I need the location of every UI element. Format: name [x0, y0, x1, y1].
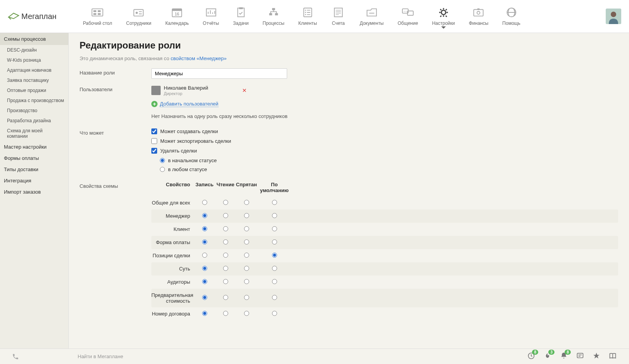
- prop-radio[interactable]: [202, 266, 207, 271]
- prop-radio[interactable]: [202, 239, 207, 244]
- prop-radio[interactable]: [202, 311, 207, 316]
- prop-radio[interactable]: [272, 213, 277, 218]
- nav-Общение[interactable]: Общение: [391, 3, 425, 30]
- role-name-input[interactable]: [151, 68, 287, 79]
- radio-del-initial[interactable]: [160, 158, 165, 163]
- prop-radio[interactable]: [272, 226, 277, 231]
- prop-radio[interactable]: [244, 200, 249, 205]
- prop-radio[interactable]: [223, 253, 228, 258]
- sidebar-item[interactable]: Оптовые продажи: [0, 85, 68, 95]
- prop-radio[interactable]: [244, 311, 249, 316]
- sidebar-item[interactable]: Адаптация новичков: [0, 65, 68, 75]
- nav-Календарь[interactable]: 16Календарь: [158, 3, 196, 30]
- nav-Финансы[interactable]: Финансы: [462, 3, 495, 30]
- svg-rect-26: [474, 10, 483, 16]
- svg-rect-13: [272, 8, 275, 10]
- subtitle-link[interactable]: свойством «Менеджер»: [171, 55, 227, 61]
- svg-rect-4: [98, 13, 101, 15]
- sidebar-item[interactable]: Разработка дизайна: [0, 116, 68, 126]
- prop-radio[interactable]: [272, 279, 277, 284]
- avatar[interactable]: [606, 9, 621, 24]
- prop-radio[interactable]: [272, 295, 277, 300]
- prop-radio[interactable]: [244, 213, 249, 218]
- prop-radio[interactable]: [272, 200, 277, 205]
- prop-row: Предварительная стоимость: [151, 289, 618, 307]
- sidebar-item[interactable]: Заявка поставщику: [0, 75, 68, 85]
- prop-radio[interactable]: [223, 239, 228, 244]
- prop-radio[interactable]: [223, 200, 228, 205]
- prop-header-col: Спрятан: [236, 182, 257, 193]
- prop-radio[interactable]: [202, 253, 207, 258]
- prop-radio[interactable]: [244, 226, 249, 231]
- prop-radio[interactable]: [244, 253, 249, 258]
- nav-Отчёты[interactable]: Отчёты: [196, 3, 226, 30]
- prop-radio[interactable]: [202, 213, 207, 218]
- svg-point-19: [305, 14, 306, 15]
- nav-Помощь[interactable]: Помощь: [496, 3, 527, 30]
- checkbox-delete[interactable]: [151, 148, 157, 154]
- prop-row: Форма оплаты: [151, 236, 618, 249]
- prop-radio[interactable]: [202, 295, 207, 300]
- checkbox-create[interactable]: [151, 128, 157, 134]
- prop-header-col: Чтение: [215, 182, 236, 193]
- prop-header-col: Запись: [194, 182, 215, 193]
- svg-point-23: [404, 11, 405, 12]
- sidebar-item[interactable]: Продажа с производством: [0, 95, 68, 106]
- sidebar-item[interactable]: W-Kids розница: [0, 55, 68, 65]
- sidebar-header[interactable]: Схемы процессов: [0, 33, 68, 45]
- add-users-link[interactable]: + Добавить пользователей: [151, 101, 618, 107]
- prop-radio[interactable]: [202, 200, 207, 205]
- nav-Задачи[interactable]: Задачи: [226, 3, 255, 30]
- sidebar-item[interactable]: DESC-дизайн: [0, 45, 68, 55]
- radio-del-any[interactable]: [160, 167, 165, 172]
- label-what-can: Что может: [80, 128, 151, 136]
- prop-radio[interactable]: [223, 295, 228, 300]
- plus-icon: +: [151, 101, 158, 107]
- svg-point-17: [305, 10, 306, 11]
- nav-Сотрудники[interactable]: Сотрудники: [119, 3, 158, 30]
- logo[interactable]: Мегаплан: [8, 12, 57, 21]
- prop-radio[interactable]: [272, 311, 277, 316]
- main: Схемы процессов DESC-дизайнW-Kids розниц…: [0, 33, 629, 348]
- svg-rect-28: [478, 9, 480, 10]
- sidebar-item[interactable]: Производство: [0, 106, 68, 116]
- prop-row: Общее для всех: [151, 196, 618, 210]
- label-role-name: Название роли: [80, 68, 151, 76]
- prop-row: Клиент: [151, 223, 618, 236]
- prop-radio[interactable]: [223, 266, 228, 271]
- prop-radio[interactable]: [223, 226, 228, 231]
- prop-row: Аудиторы: [151, 276, 618, 289]
- prop-radio[interactable]: [202, 226, 207, 231]
- nav-Процессы[interactable]: Процессы: [256, 3, 291, 30]
- prop-radio[interactable]: [223, 279, 228, 284]
- prop-header-col: Свойство: [151, 182, 194, 193]
- prop-radio[interactable]: [223, 311, 228, 316]
- sidebar-section[interactable]: Интеграция: [0, 175, 68, 186]
- remove-user-icon[interactable]: ✕: [242, 87, 247, 94]
- sidebar-section[interactable]: Типы доставки: [0, 164, 68, 175]
- user-name[interactable]: Николаев Валерий: [164, 85, 208, 91]
- label-scheme-props: Свойства схемы: [80, 182, 151, 189]
- svg-point-18: [305, 12, 306, 13]
- subtitle: Это динамическая роль, связанная со свой…: [80, 55, 618, 61]
- prop-radio[interactable]: [244, 279, 249, 284]
- sidebar-section[interactable]: Формы оплаты: [0, 153, 68, 164]
- prop-radio[interactable]: [272, 266, 277, 271]
- svg-rect-1: [94, 10, 97, 12]
- prop-radio[interactable]: [202, 279, 207, 284]
- nav-Рабочий стол[interactable]: Рабочий стол: [76, 3, 119, 30]
- prop-radio[interactable]: [244, 266, 249, 271]
- prop-radio[interactable]: [272, 239, 277, 244]
- prop-radio[interactable]: [244, 295, 249, 300]
- prop-radio[interactable]: [223, 213, 228, 218]
- checkbox-export[interactable]: [151, 138, 157, 144]
- prop-radio[interactable]: [244, 239, 249, 244]
- nav-Документы[interactable]: Документы: [353, 3, 391, 30]
- sidebar-section[interactable]: Мастер настройки: [0, 141, 68, 153]
- nav-Настройки[interactable]: Настройки: [425, 3, 462, 30]
- nav-Счета[interactable]: Счета: [324, 3, 353, 30]
- sidebar-item[interactable]: Схема для моей компании: [0, 126, 68, 141]
- nav-Клиенты[interactable]: Клиенты: [291, 3, 324, 30]
- sidebar-section[interactable]: Импорт заказов: [0, 186, 68, 198]
- prop-radio[interactable]: [272, 253, 277, 258]
